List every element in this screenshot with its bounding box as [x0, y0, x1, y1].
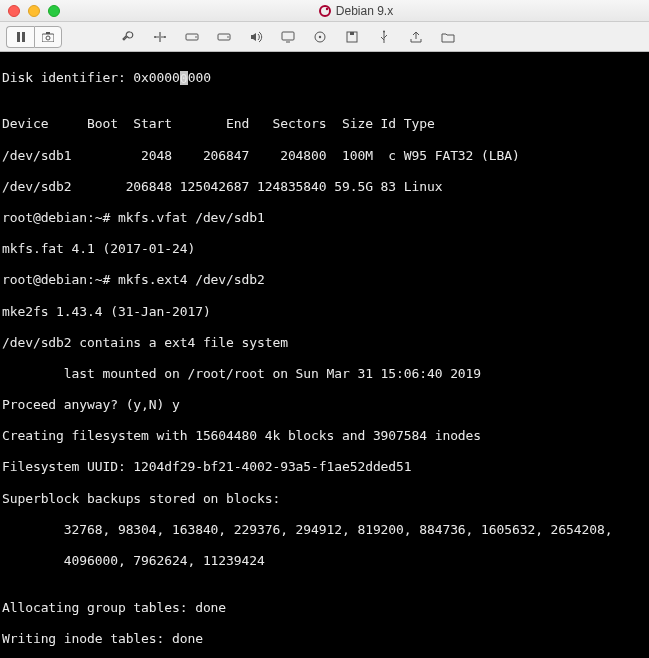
terminal-line: Superblock backups stored on blocks: [0, 491, 649, 507]
svg-point-0 [320, 6, 330, 16]
terminal-line: Writing inode tables: done [0, 631, 649, 647]
close-icon[interactable] [8, 5, 20, 17]
svg-point-5 [46, 36, 50, 40]
svg-rect-6 [46, 32, 50, 34]
svg-point-1 [326, 7, 328, 9]
debian-icon [318, 4, 332, 18]
playback-group [6, 26, 62, 48]
terminal-line: root@debian:~# mkfs.vfat /dev/sdb1 [0, 210, 649, 226]
snapshot-button[interactable] [34, 26, 62, 48]
terminal-line: mke2fs 1.43.4 (31-Jan-2017) [0, 304, 649, 320]
terminal[interactable]: Disk identifier: 0x00000000 Device Boot … [0, 52, 649, 658]
optical-icon[interactable] [310, 27, 330, 47]
titlebar: Debian 9.x [0, 0, 649, 22]
folder-icon[interactable] [438, 27, 458, 47]
terminal-line: /dev/sdb1 2048 206847 204800 100M c W95 … [0, 148, 649, 164]
terminal-line: last mounted on /root/root on Sun Mar 31… [0, 366, 649, 382]
display-icon[interactable] [278, 27, 298, 47]
terminal-line: /dev/sdb2 206848 125042687 124835840 59.… [0, 179, 649, 195]
window-title: Debian 9.x [70, 4, 641, 18]
network-icon[interactable] [150, 27, 170, 47]
device-icons [118, 27, 458, 47]
svg-point-8 [164, 36, 166, 38]
terminal-line: mkfs.fat 4.1 (2017-01-24) [0, 241, 649, 257]
terminal-line: Proceed anyway? (y,N) y [0, 397, 649, 413]
window-title-text: Debian 9.x [336, 4, 393, 18]
terminal-line: Filesystem UUID: 1204df29-bf21-4002-93a5… [0, 459, 649, 475]
svg-rect-3 [22, 32, 25, 42]
terminal-line: Disk identifier: 0x00000000 [0, 70, 649, 86]
terminal-line: 32768, 98304, 163840, 229376, 294912, 81… [0, 522, 649, 538]
terminal-line: 4096000, 7962624, 11239424 [0, 553, 649, 569]
floppy-icon[interactable] [342, 27, 362, 47]
zoom-icon[interactable] [48, 5, 60, 17]
terminal-line: Device Boot Start End Sectors Size Id Ty… [0, 116, 649, 132]
svg-point-15 [319, 35, 321, 37]
traffic-lights [8, 5, 60, 17]
toolbar [0, 22, 649, 52]
svg-rect-2 [17, 32, 20, 42]
usb-icon[interactable] [374, 27, 394, 47]
svg-point-18 [383, 30, 385, 32]
svg-rect-17 [350, 32, 354, 35]
share-icon[interactable] [406, 27, 426, 47]
svg-point-12 [227, 36, 229, 38]
terminal-line: /dev/sdb2 contains a ext4 file system [0, 335, 649, 351]
svg-point-10 [195, 36, 197, 38]
pause-button[interactable] [6, 26, 34, 48]
harddisk-b-icon[interactable] [214, 27, 234, 47]
terminal-line: Allocating group tables: done [0, 600, 649, 616]
terminal-line: Creating filesystem with 15604480 4k blo… [0, 428, 649, 444]
harddisk-a-icon[interactable] [182, 27, 202, 47]
wrench-icon[interactable] [118, 27, 138, 47]
svg-rect-13 [282, 32, 294, 40]
minimize-icon[interactable] [28, 5, 40, 17]
svg-point-7 [154, 36, 156, 38]
sound-icon[interactable] [246, 27, 266, 47]
svg-rect-4 [42, 34, 54, 42]
terminal-line: root@debian:~# mkfs.ext4 /dev/sdb2 [0, 272, 649, 288]
